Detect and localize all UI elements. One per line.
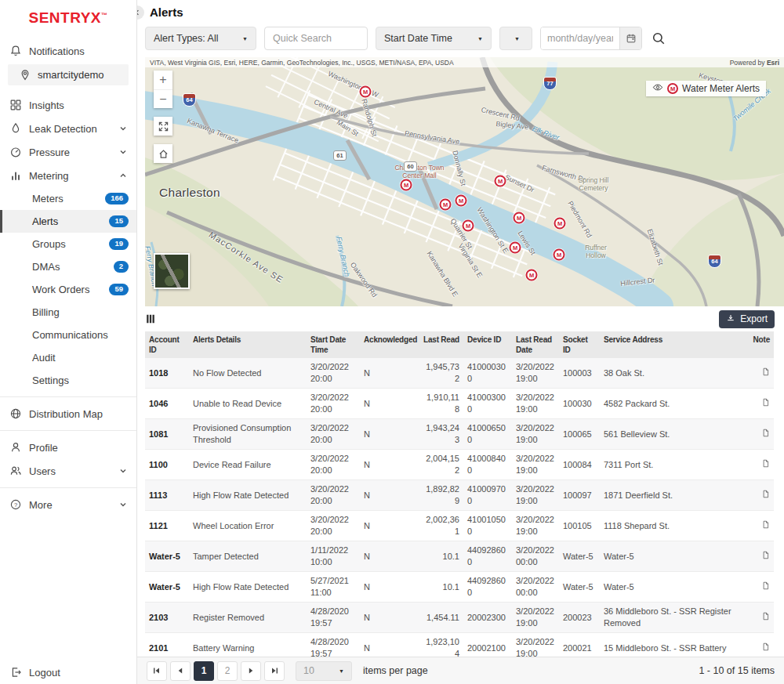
table-row[interactable]: 1018 No Flow Detected 3/20/2022 20:00 N … xyxy=(145,358,774,389)
zoom-in-button[interactable]: + xyxy=(154,71,172,89)
table-row[interactable]: 2103 Register Removed 4/28/2020 19:57 N … xyxy=(145,603,774,633)
sidebar-item-pressure[interactable]: Pressure xyxy=(0,140,136,164)
note-icon[interactable] xyxy=(761,611,770,621)
page-number-button[interactable]: 2 xyxy=(217,661,238,681)
note-icon[interactable] xyxy=(761,367,770,377)
alert-types-select[interactable]: Alert Types: All ▼ xyxy=(145,27,256,50)
start-date-time-select[interactable]: Start Date Time ▼ xyxy=(376,27,492,50)
water-meter-alert-marker[interactable]: M xyxy=(456,195,467,207)
cell-last-read: 2,002,361 xyxy=(419,511,463,541)
sidebar-subitem[interactable]: Work Orders 59 xyxy=(0,278,136,301)
page-title: Alerts xyxy=(150,5,183,19)
sidebar-item-distribution-map[interactable]: Distribution Map xyxy=(0,402,136,425)
water-meter-alert-marker[interactable]: M xyxy=(401,179,412,191)
note-icon[interactable] xyxy=(761,489,770,499)
sidebar-item-more[interactable]: ? More xyxy=(0,493,136,516)
cell-account-id: 1121 xyxy=(145,511,189,541)
zoom-out-button[interactable]: − xyxy=(154,89,172,108)
route-shield-icon: 77 xyxy=(543,77,557,90)
water-meter-alert-marker[interactable]: M xyxy=(514,212,525,224)
sidebar-item-profile[interactable]: Profile xyxy=(0,436,136,459)
next-page-button[interactable] xyxy=(241,661,261,681)
sidebar-subitem[interactable]: Settings xyxy=(0,369,136,392)
table-row[interactable]: 1081 Provisioned Consumption Threshold 3… xyxy=(145,419,774,450)
page-size-select[interactable]: 10 ▼ xyxy=(296,661,352,681)
search-icon[interactable] xyxy=(652,31,666,45)
col-socket-id[interactable]: Socket ID xyxy=(559,331,600,358)
quick-search-input[interactable] xyxy=(264,27,368,50)
table-row[interactable]: 1113 High Flow Rate Detected 3/20/2022 2… xyxy=(145,480,774,511)
col-acknowledged[interactable]: Acknowledged xyxy=(360,331,419,358)
sidebar-item-tenant[interactable]: smartcitydemo xyxy=(8,64,129,85)
water-meter-alert-marker[interactable]: M xyxy=(495,176,506,187)
divider xyxy=(0,396,136,397)
col-alerts-details[interactable]: Alerts Details xyxy=(189,331,307,358)
date-input[interactable] xyxy=(541,27,619,49)
water-meter-alert-marker[interactable]: M xyxy=(554,249,565,261)
col-device-id[interactable]: Device ID xyxy=(463,331,512,358)
sidebar-subitem[interactable]: Billing xyxy=(0,301,136,324)
condition-select[interactable]: ▼ xyxy=(499,27,532,50)
water-meter-alert-marker[interactable]: M xyxy=(526,270,538,281)
table-row[interactable]: 1100 Device Read Failure 3/20/2022 20:00… xyxy=(145,450,774,480)
table-row[interactable]: Water-5 High Flow Rate Detected 5/27/202… xyxy=(145,572,774,603)
logout-button[interactable]: Logout xyxy=(0,660,136,684)
water-meter-alert-marker[interactable]: M xyxy=(554,218,566,230)
home-button[interactable] xyxy=(154,144,172,163)
calendar-icon[interactable] xyxy=(619,27,641,49)
cell-account-id: Water-5 xyxy=(145,572,189,603)
table-row[interactable]: 1046 Unable to Read Device 3/20/2022 20:… xyxy=(145,389,774,419)
sidebar-subitem[interactable]: Communications xyxy=(0,324,136,346)
col-last-read[interactable]: Last Read xyxy=(419,331,463,358)
note-icon[interactable] xyxy=(761,428,770,438)
previous-page-button[interactable] xyxy=(170,661,191,681)
sidebar-item-leak-detection[interactable]: Leak Detection xyxy=(0,117,136,140)
page-number-button[interactable]: 1 xyxy=(194,661,214,681)
col-account-id[interactable]: Account ID xyxy=(145,331,189,358)
distribution-map[interactable]: VITA, West Virginia GIS, Esri, HERE, Gar… xyxy=(145,57,784,306)
route-shield-icon: 64 xyxy=(708,255,721,268)
sidebar-item-metering[interactable]: Metering xyxy=(0,164,136,187)
note-icon[interactable] xyxy=(761,458,770,469)
cell-acknowledged: N xyxy=(360,389,419,419)
count-badge: 59 xyxy=(109,284,129,295)
water-meter-alert-marker[interactable]: M xyxy=(510,242,521,254)
water-meter-alert-marker[interactable]: M xyxy=(463,220,474,232)
column-chooser-icon[interactable] xyxy=(145,313,156,324)
cell-socket-id: 200023 xyxy=(559,603,600,633)
water-meter-alert-marker[interactable]: M xyxy=(360,86,372,98)
col-last-read-date[interactable]: Last Read Date xyxy=(512,331,559,358)
last-page-button[interactable] xyxy=(264,661,285,681)
table-row[interactable]: Water-5 Tamper Detected 1/11/2022 10:00 … xyxy=(145,541,774,572)
sidebar-item-users[interactable]: Users xyxy=(0,459,136,483)
note-icon[interactable] xyxy=(761,397,770,407)
note-icon[interactable] xyxy=(761,581,770,591)
cell-acknowledged: N xyxy=(360,603,419,633)
cell-start-date-time: 3/20/2022 20:00 xyxy=(307,511,360,541)
col-service-address[interactable]: Service Address xyxy=(600,331,742,358)
col-start-date-time[interactable]: Start Date Time xyxy=(307,331,360,358)
cell-socket-id: 100030 xyxy=(559,389,600,419)
water-meter-alert-marker[interactable]: M xyxy=(440,199,452,211)
table-row[interactable]: 1121 Wheel Location Error 3/20/2022 20:0… xyxy=(145,511,774,541)
sidebar-subitem[interactable]: Alerts 15 xyxy=(0,210,136,233)
sidebar-subitem[interactable]: Meters 166 xyxy=(0,187,136,210)
cell-alerts-details: No Flow Detected xyxy=(189,358,307,389)
basemap-toggle[interactable] xyxy=(154,253,190,289)
note-icon[interactable] xyxy=(761,519,770,530)
cell-last-read-date: 3/20/2022 00:00 xyxy=(512,541,559,572)
col-note[interactable]: Note xyxy=(742,331,774,358)
note-icon[interactable] xyxy=(761,642,770,652)
sidebar-subitem[interactable]: Groups 19 xyxy=(0,233,136,255)
cell-acknowledged: N xyxy=(360,572,419,603)
sidebar-subitem[interactable]: DMAs 2 xyxy=(0,255,136,278)
note-icon[interactable] xyxy=(761,550,770,560)
export-button[interactable]: Export xyxy=(719,310,775,328)
sidebar-item-notifications[interactable]: Notifications xyxy=(0,39,136,63)
map-legend[interactable]: M Water Meter Alerts xyxy=(646,81,766,96)
first-page-button[interactable] xyxy=(147,661,167,681)
sidebar-item-insights[interactable]: Insights xyxy=(0,93,136,117)
sidebar-subitem[interactable]: Audit xyxy=(0,346,136,369)
table-row[interactable]: 2101 Battery Warning 4/28/2020 19:57 N 1… xyxy=(145,633,774,657)
fullscreen-button[interactable] xyxy=(154,117,172,136)
